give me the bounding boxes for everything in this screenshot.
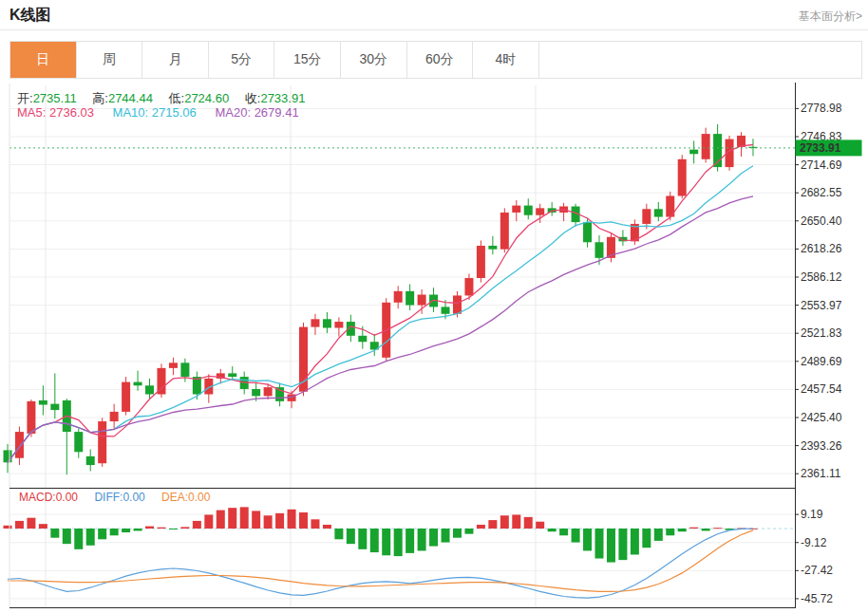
candle-body xyxy=(311,319,319,326)
macd-hist-bar xyxy=(275,513,284,529)
macd-hist-bar xyxy=(50,529,59,538)
macd-hist-bar xyxy=(678,529,687,531)
candle-body xyxy=(228,373,236,377)
candle-body xyxy=(134,382,142,386)
candle-body xyxy=(74,432,83,452)
close-value: 2733.91 xyxy=(260,91,305,105)
tab-week[interactable]: 周 xyxy=(77,42,143,78)
candle-body xyxy=(122,382,130,412)
candle-body xyxy=(252,389,260,396)
price-tick-label: 2361.11 xyxy=(801,467,841,480)
macd-tick-label: 9.19 xyxy=(801,508,823,521)
macd-hist-bar xyxy=(702,529,710,530)
macd-hist-bar xyxy=(370,529,379,552)
candle-body xyxy=(500,213,509,250)
macd-hist-bar xyxy=(429,529,438,547)
candle-body xyxy=(536,208,544,214)
price-tick-label: 2425.40 xyxy=(801,411,842,424)
diff-line xyxy=(8,529,753,598)
price-tick-label: 2682.55 xyxy=(801,186,842,199)
low-value: 2724.60 xyxy=(184,91,229,105)
macd-hist-bar xyxy=(453,529,462,538)
macd-hist-bar xyxy=(583,529,592,550)
macd-hist-bar xyxy=(323,525,331,529)
tab-5min[interactable]: 5分 xyxy=(209,42,275,78)
price-tick-label: 2521.83 xyxy=(801,326,842,340)
macd-hist-bar xyxy=(548,529,557,531)
candle-body xyxy=(110,412,119,421)
header-divider xyxy=(0,29,868,30)
candle-body xyxy=(642,209,651,224)
macd-hist-bar xyxy=(217,511,225,529)
macd-hist-bar xyxy=(382,529,390,555)
svg-text:2733.91: 2733.91 xyxy=(800,141,841,155)
macd-hist-bar xyxy=(240,507,249,529)
candle-body xyxy=(418,295,426,306)
macd-hist-bar xyxy=(110,529,119,535)
macd-hist-bar xyxy=(666,529,674,535)
candle-body xyxy=(678,159,687,196)
tab-4hour[interactable]: 4时 xyxy=(473,42,539,78)
ma5-legend: MA5: 2736.03 xyxy=(17,105,94,120)
ma10-legend: MA10: 2715.06 xyxy=(113,105,197,120)
macd-hist-bar xyxy=(145,527,154,529)
macd-hist-bar xyxy=(122,529,130,532)
macd-hist-bar xyxy=(299,512,308,529)
high-value: 2744.44 xyxy=(108,91,153,105)
price-tick-label: 2778.98 xyxy=(801,102,842,115)
tab-month[interactable]: 月 xyxy=(142,42,209,78)
candle-body xyxy=(4,450,12,462)
fundamental-analysis-link[interactable]: 基本面分析> xyxy=(799,9,862,25)
macd-hist-bar xyxy=(39,524,47,529)
macd-hist-bar xyxy=(536,522,544,529)
tab-day[interactable]: 日 xyxy=(10,42,77,78)
macd-hist-bar xyxy=(74,529,83,549)
candle-body xyxy=(39,400,47,405)
macd-hist-bar xyxy=(180,527,189,529)
candle-body xyxy=(488,246,497,250)
macd-hist-bar xyxy=(157,528,165,529)
candle-body xyxy=(98,421,106,463)
macd-hist-bar xyxy=(477,525,485,529)
open-value: 2735.11 xyxy=(33,91,77,105)
tab-60min[interactable]: 60分 xyxy=(407,42,474,78)
candle-body xyxy=(702,134,710,159)
tabbar-filler xyxy=(539,42,861,78)
macd-hist-bar xyxy=(607,529,615,563)
macd-hist-bar xyxy=(595,529,604,559)
tab-15min[interactable]: 15分 xyxy=(274,42,341,78)
candle-body xyxy=(50,404,59,410)
macd-hist-bar xyxy=(689,528,698,529)
macd-hist-bar xyxy=(358,529,367,549)
candle-body xyxy=(323,319,331,327)
macd-hist-bar xyxy=(169,529,178,529)
macd-hist-bar xyxy=(252,511,260,529)
macd-hist-bar xyxy=(464,529,473,534)
macd-hist-bar xyxy=(193,521,201,529)
candle-body xyxy=(394,291,403,303)
macd-hist-bar xyxy=(654,529,663,541)
macd-hist-bar xyxy=(442,529,450,543)
tab-30min[interactable]: 30分 xyxy=(341,42,407,78)
candle-body xyxy=(406,291,414,306)
macd-hist-bar xyxy=(4,526,12,529)
price-tick-label: 2586.12 xyxy=(801,270,842,284)
close-label: 收: xyxy=(245,91,261,105)
diff-value: DIFF:0.00 xyxy=(94,491,144,504)
period-tabbar: 日 周 月 5分 15分 30分 60分 4时 xyxy=(9,41,862,79)
ma-legend: MA5: 2736.03 MA10: 2715.06 MA20: 2679.41 xyxy=(17,105,314,120)
macd-hist-bar xyxy=(713,528,722,529)
macd-tick-label: -27.42 xyxy=(801,564,833,577)
current-price-marker: 2733.91 xyxy=(796,139,862,156)
price-tick-label: 2650.40 xyxy=(801,214,842,228)
macd-hist-bar xyxy=(134,529,142,530)
candle-body xyxy=(275,387,284,401)
candle-body xyxy=(654,209,663,216)
macd-pane xyxy=(4,507,796,598)
macd-hist-bar xyxy=(347,529,355,544)
candle-body xyxy=(464,278,473,295)
macd-hist-bar xyxy=(288,510,296,529)
macd-hist-bar xyxy=(27,518,35,529)
candle-body xyxy=(595,242,604,258)
macd-tick-label: -45.72 xyxy=(801,592,833,605)
